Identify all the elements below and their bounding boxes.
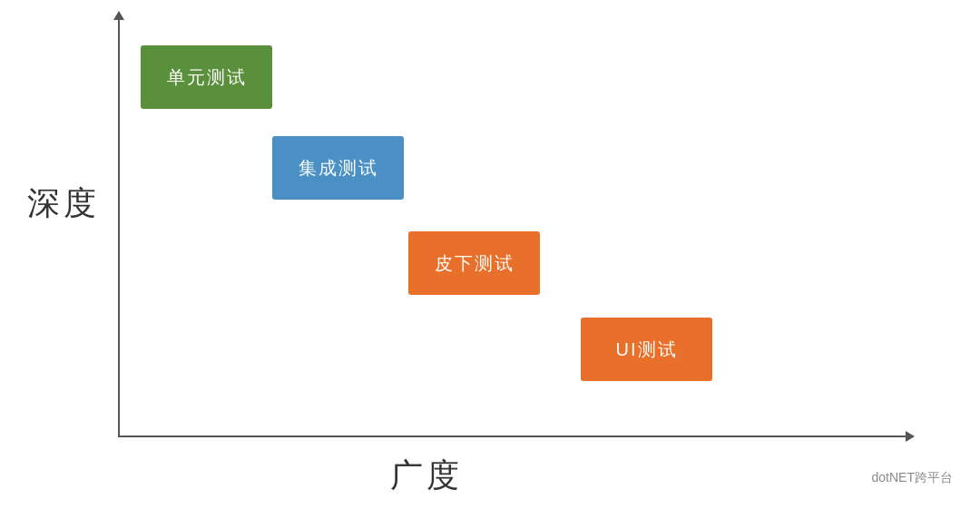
x-axis [118, 436, 907, 437]
chart-container: 深度 广度 单元测试 集成测试 皮下测试 UI测试 dotNET跨平台 [0, 0, 980, 509]
integration-test-label: 集成测试 [299, 156, 378, 181]
brand-name: dotNET跨平台 [872, 470, 953, 486]
x-axis-label: 广度 [390, 454, 463, 498]
y-axis [118, 18, 120, 436]
integration-test-box: 集成测试 [272, 136, 404, 200]
y-axis-label: 深度 [27, 181, 100, 226]
subcutaneous-test-label: 皮下测试 [435, 251, 514, 276]
unit-test-box: 单元测试 [141, 45, 272, 109]
brand-watermark: dotNET跨平台 [867, 470, 953, 486]
ui-test-box: UI测试 [581, 318, 712, 381]
unit-test-label: 单元测试 [167, 65, 247, 90]
subcutaneous-test-box: 皮下测试 [408, 231, 540, 295]
ui-test-label: UI测试 [616, 338, 678, 362]
